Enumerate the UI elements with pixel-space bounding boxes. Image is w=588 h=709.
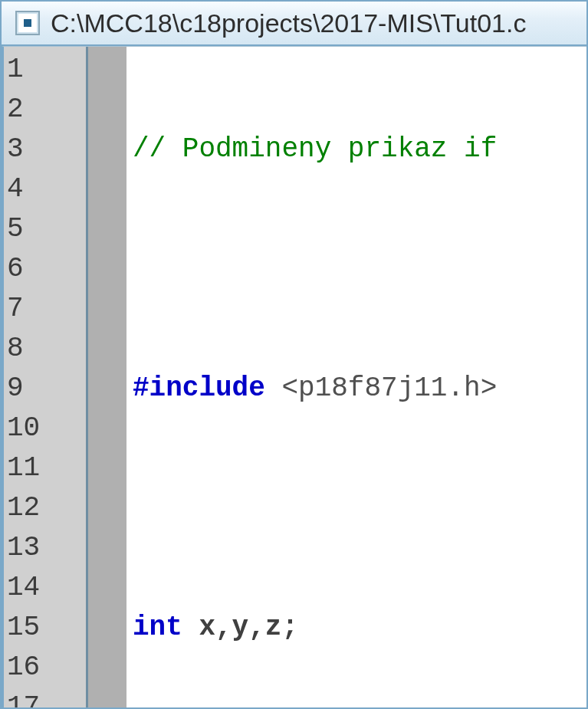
comment: // Podmineny prikaz if [133,133,497,165]
line-number: 17 [7,688,86,707]
line-number: 11 [7,448,86,488]
line-number: 3 [7,130,86,169]
editor-area[interactable]: 1 2 3 4 5 6 7 8 9 10 11 12 13 14 15 16 1… [2,46,586,707]
code-line[interactable]: int x,y,z; [133,608,586,648]
editor-window: C:\MCC18\c18projects\2017-MIS\Tut01.c 1 … [0,0,588,709]
line-number: 4 [7,169,86,209]
line-number: 2 [7,90,86,130]
line-number: 15 [7,608,86,648]
line-number: 8 [7,329,86,369]
code-line[interactable]: #include <p18f87j11.h> [133,369,586,409]
keyword: int [133,612,182,643]
code-text: x,y,z; [182,612,298,643]
line-number: 10 [7,409,86,448]
code-line[interactable]: // Podmineny prikaz if [133,130,586,169]
line-number: 14 [7,568,86,608]
code-line[interactable] [133,249,586,289]
line-number: 16 [7,648,86,688]
line-number: 13 [7,528,86,568]
line-number: 12 [7,488,86,528]
code-pane[interactable]: // Podmineny prikaz if #include <p18f87j… [126,47,586,707]
line-number: 1 [7,50,86,90]
line-number-gutter: 1 2 3 4 5 6 7 8 9 10 11 12 13 14 15 16 1… [4,47,88,707]
file-icon [15,11,40,35]
window-title: C:\MCC18\c18projects\2017-MIS\Tut01.c [51,8,526,38]
preprocessor: #include [133,373,265,404]
code-line[interactable] [133,488,586,528]
line-number: 7 [7,289,86,329]
gutter-margin [88,47,126,707]
include-target: <p18f87j11.h> [265,373,497,404]
line-number: 9 [7,369,86,409]
line-number: 5 [7,209,86,249]
line-number: 6 [7,249,86,289]
titlebar[interactable]: C:\MCC18\c18projects\2017-MIS\Tut01.c [2,2,586,46]
